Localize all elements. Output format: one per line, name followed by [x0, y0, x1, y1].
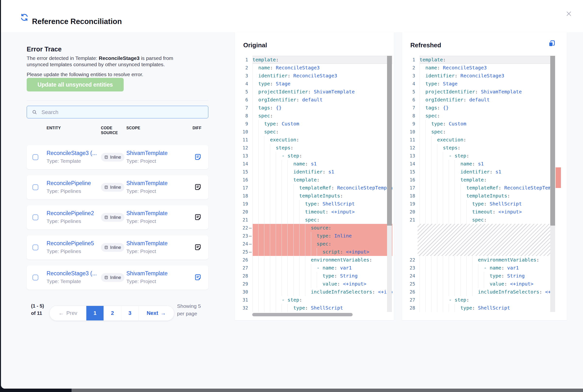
diff-file-icon [194, 158, 202, 162]
entity-link[interactable]: ReconcilePipeline [46, 180, 99, 186]
code-line-text: includeInfraSelectors: <+input> [252, 288, 392, 296]
diff-line-marker [415, 56, 420, 64]
code-line-text: - name: var1 [252, 264, 392, 272]
diff-button[interactable] [194, 274, 202, 282]
diff-line-marker [248, 176, 252, 184]
diff-button[interactable] [194, 213, 202, 222]
code-source-badge: Inline [101, 243, 124, 252]
inline-source-icon [104, 216, 108, 219]
code-line: 26environmentVariables: [237, 256, 392, 264]
line-number: 19 [237, 200, 248, 208]
line-number: 22 [237, 224, 248, 232]
row-checkbox[interactable] [32, 214, 38, 220]
diff-line-marker [415, 264, 420, 272]
line-number: 14 [237, 160, 248, 168]
line-number: 19 [405, 200, 415, 208]
line-number: 22 [405, 256, 415, 264]
code-line: 21spec: [237, 216, 392, 224]
entity-link[interactable]: ReconcilePipeline5 [46, 240, 99, 247]
original-vertical-scrollbar[interactable] [387, 56, 392, 312]
diff-line-marker [248, 216, 252, 224]
scope-link[interactable]: ShivamTemplate [126, 150, 182, 156]
page-button-3[interactable]: 3 [121, 306, 138, 320]
code-line: 6orgIdentifier: default [405, 96, 555, 104]
entity-link[interactable]: ReconcileStage3 (... [46, 150, 99, 156]
original-panel-title: Original [243, 42, 267, 49]
code-line: 22–source: [237, 224, 392, 232]
scope-link[interactable]: ShivamTemplate [126, 180, 182, 186]
diff-line-marker [415, 152, 420, 160]
scope-link[interactable]: ShivamTemplate [126, 240, 182, 247]
page-button-1[interactable]: 1 [86, 306, 103, 320]
error-trace-instruction: Please update the following entities to … [27, 72, 194, 78]
scope-cell: ShivamTemplateType: Project [126, 180, 182, 194]
reference-reconciliation-dialog: Reference Reconciliation Error Trace The… [1, 0, 583, 388]
row-checkbox[interactable] [32, 184, 38, 190]
diff-line-marker [415, 112, 420, 120]
code-source-label: Inline [110, 275, 121, 280]
copy-icon [548, 45, 556, 48]
pagination: ←Prev123Next→ [49, 306, 174, 321]
code-line: 12steps: [237, 144, 392, 152]
line-number: 24 [405, 272, 415, 280]
code-line-text: type: Custom [252, 120, 392, 128]
code-line-text: templateInputs: [252, 192, 392, 200]
original-panel: Original 1template:2name: ReconcileStage… [235, 32, 394, 320]
page-button-2[interactable]: 2 [103, 306, 121, 320]
scope-link[interactable]: ShivamTemplate [126, 210, 182, 216]
line-number: 12 [237, 144, 248, 152]
line-number: 30 [237, 288, 248, 296]
diff-line-marker [415, 168, 420, 176]
prev-page-button[interactable]: ←Prev [50, 306, 86, 320]
diff-button[interactable] [194, 183, 202, 192]
diff-line-marker [415, 216, 420, 224]
code-line-text: templateInputs: [420, 192, 555, 200]
row-checkbox[interactable] [32, 154, 38, 160]
diff-button[interactable] [194, 243, 202, 252]
entity-link[interactable]: ReconcileStage3 (... [46, 270, 99, 277]
search-input[interactable] [41, 106, 204, 118]
search-icon [32, 110, 37, 115]
code-line-text: spec: [252, 216, 392, 224]
code-line: 13- step: [405, 152, 555, 160]
line-number: 5 [405, 88, 415, 96]
code-line-text: type: ShellScript [420, 304, 555, 312]
code-line-text: type: Stage [252, 80, 392, 88]
diff-line-marker: – [248, 232, 252, 240]
diff-line-marker [248, 104, 252, 112]
copy-button[interactable] [548, 40, 556, 48]
code-line-text: template: [420, 56, 555, 64]
code-line: 11execution: [237, 136, 392, 144]
next-page-button[interactable]: Next→ [138, 306, 174, 320]
code-line: 10spec: [237, 128, 392, 136]
pagination-range: (1 - 5) of 11 [31, 302, 47, 317]
code-source-label: Inline [110, 245, 121, 250]
diff-line-marker: – [248, 240, 252, 248]
original-horizontal-scrollbar[interactable] [252, 313, 353, 316]
code-line-text: name: s1 [420, 160, 555, 168]
entity-link[interactable]: ReconcilePipeline2 [46, 210, 99, 216]
refreshed-vertical-scrollbar[interactable] [550, 56, 555, 312]
line-number: 9 [405, 120, 415, 128]
row-checkbox[interactable] [32, 244, 38, 250]
scope-link[interactable]: ShivamTemplate [126, 270, 182, 277]
code-line-text: identifier: ReconcileStage3 [420, 72, 555, 80]
update-all-unsynced-entities-button[interactable]: Update all unsynced entities [27, 78, 124, 92]
diff-line-marker [248, 120, 252, 128]
line-number: 11 [405, 136, 415, 144]
code-line: 19type: ShellScript [237, 200, 392, 208]
diff-line-marker [415, 120, 420, 128]
close-button[interactable] [565, 10, 573, 18]
diff-line-marker [415, 184, 420, 192]
row-checkbox[interactable] [32, 274, 38, 280]
diff-line-marker [415, 96, 420, 104]
line-number: 20 [237, 208, 248, 216]
template-name: ReconcileStage3 [99, 55, 139, 61]
scope-type: Type: Project [126, 158, 182, 164]
browser-horizontal-scrollbar[interactable] [71, 388, 583, 392]
diff-file-icon [194, 248, 202, 252]
entity-cell: ReconcilePipelineType: Pipelines [46, 180, 99, 194]
diff-button[interactable] [194, 153, 202, 161]
next-label: Next [147, 310, 158, 316]
line-number: 15 [237, 168, 248, 176]
